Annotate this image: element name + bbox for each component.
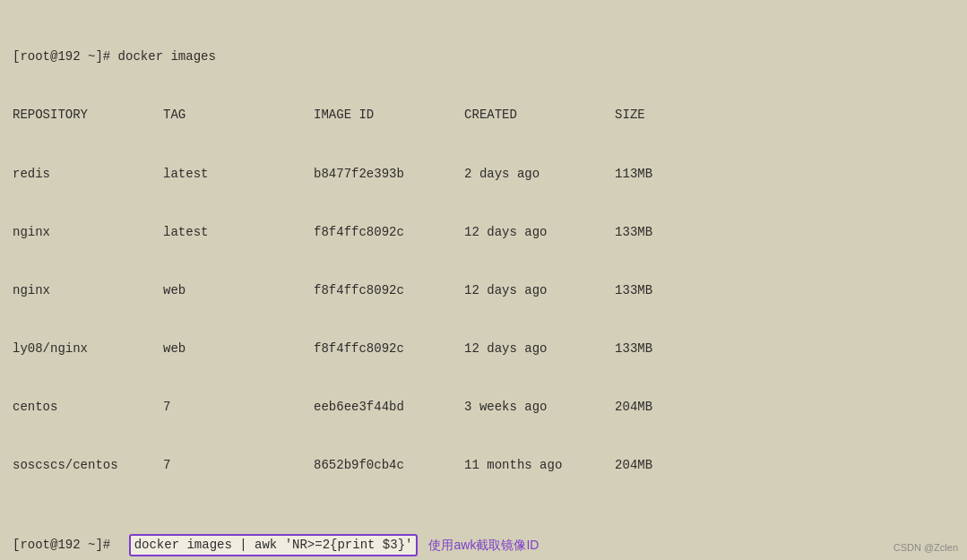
awk-command-row: [root@192 ~]# docker images | awk 'NR>=2… bbox=[13, 534, 954, 557]
data-line-nginx1: nginx latest f8f4ffc8092c 12 days ago 13… bbox=[13, 223, 954, 243]
data-line-nginx3: ly08/nginx web f8f4ffc8092c 12 days ago … bbox=[13, 340, 954, 359]
data-line-centos: centos 7 eeb6ee3f44bd 3 weeks ago 204MB bbox=[13, 398, 954, 418]
terminal-window: [root@192 ~]# docker images REPOSITORY T… bbox=[0, 0, 967, 560]
prompt-awk: [root@192 ~]# bbox=[13, 536, 118, 556]
awk-annotation: 使用awk截取镜像ID bbox=[428, 536, 539, 556]
header-line: REPOSITORY TAG IMAGE ID CREATED SIZE bbox=[13, 106, 954, 125]
data-line-redis: redis latest b8477f2e393b 2 days ago 113… bbox=[13, 165, 954, 185]
data-line-nginx2: nginx web f8f4ffc8092c 12 days ago 133MB bbox=[13, 281, 954, 301]
watermark: CSDN @Zclen bbox=[894, 542, 958, 553]
command-line-1: [root@192 ~]# docker images bbox=[13, 47, 954, 67]
data-line-soscscs: soscscs/centos 7 8652b9f0cb4c 11 months … bbox=[13, 456, 954, 476]
awk-command-box: docker images | awk 'NR>=2{print $3}' bbox=[129, 534, 419, 557]
